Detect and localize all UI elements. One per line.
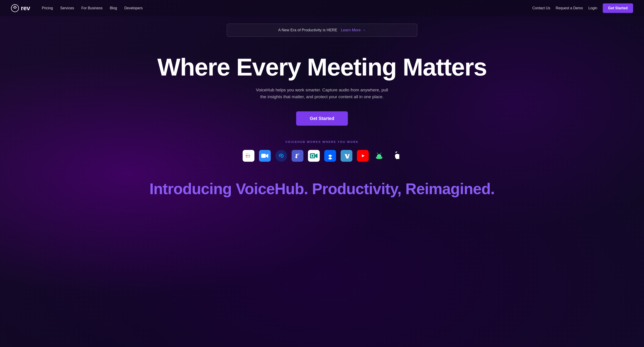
teams-icon [292,150,304,162]
svg-rect-4 [248,155,248,156]
svg-rect-5 [248,153,248,154]
slack-icon [243,150,254,162]
main-content: A New Era of Productivity is HERE Learn … [0,16,644,198]
hero-section: Where Every Meeting Matters VoiceHub hel… [148,55,496,126]
announcement-banner: A New Era of Productivity is HERE Learn … [227,24,417,37]
navbar: rev Pricing Services For Business Blog D… [0,0,644,16]
svg-rect-8 [248,156,248,158]
nav-link-demo[interactable]: Request a Demo [556,6,583,10]
integrations-icons [243,150,401,162]
svg-point-27 [380,155,381,156]
svg-point-1 [14,8,16,8]
svg-line-28 [377,153,378,154]
svg-rect-7 [249,156,250,158]
svg-rect-6 [249,155,250,156]
svg-rect-19 [312,155,314,157]
svg-marker-21 [328,153,332,157]
hero-get-started-button[interactable]: Get Started [296,111,348,126]
svg-marker-22 [328,157,332,160]
youtube-icon [357,150,369,162]
logo[interactable]: rev [11,4,30,12]
nav-link-for-business[interactable]: For Business [79,4,105,12]
dropbox-icon [324,150,336,162]
bottom-tagline-text: Introducing VoiceHub. Productivity, Reim… [150,180,494,198]
nav-link-login[interactable]: Login [588,6,597,10]
banner-learn-more[interactable]: Learn More → [341,28,366,32]
logo-text: rev [21,4,30,12]
nav-get-started-button[interactable]: Get Started [603,4,633,13]
nav-link-developers[interactable]: Developers [122,4,145,12]
banner-link-text: Learn More [341,28,360,32]
nav-link-blog[interactable]: Blog [107,4,120,12]
svg-line-29 [380,153,381,154]
svg-point-26 [378,155,378,156]
bottom-tagline-section: Introducing VoiceHub. Productivity, Reim… [140,180,504,198]
nav-left: rev Pricing Services For Business Blog D… [11,4,145,12]
banner-text: A New Era of Productivity is HERE [278,28,338,32]
hero-title: Where Every Meeting Matters [157,55,487,80]
svg-rect-9 [246,153,247,154]
svg-point-13 [297,153,300,155]
nav-link-services[interactable]: Services [57,4,77,12]
webex-icon [275,150,287,162]
svg-rect-25 [377,157,382,159]
svg-point-14 [296,154,298,156]
banner-arrow-icon: → [362,28,366,32]
integrations-section: VOICEHUB WORKS WHERE YOU WORK [243,140,401,162]
svg-point-12 [280,155,282,156]
svg-rect-10 [261,154,266,158]
hero-subtitle: VoiceHub helps you work smarter. Capture… [254,87,390,100]
svg-rect-2 [246,155,247,156]
google-meet-icon [308,150,320,162]
nav-link-contact[interactable]: Contact Us [532,6,550,10]
svg-rect-31 [382,157,382,158]
integrations-label: VOICEHUB WORKS WHERE YOU WORK [243,140,401,144]
android-icon [373,150,385,162]
apple-icon [390,150,401,162]
svg-rect-3 [246,156,247,158]
svg-rect-16 [297,156,300,158]
nav-right: Contact Us Request a Demo Login Get Star… [532,4,633,13]
nav-link-pricing[interactable]: Pricing [39,4,56,12]
venmo-icon [340,150,352,162]
rev-logo-icon [11,4,19,12]
nav-links: Pricing Services For Business Blog Devel… [39,4,146,12]
zoom-icon [259,150,271,162]
svg-rect-30 [376,157,377,158]
